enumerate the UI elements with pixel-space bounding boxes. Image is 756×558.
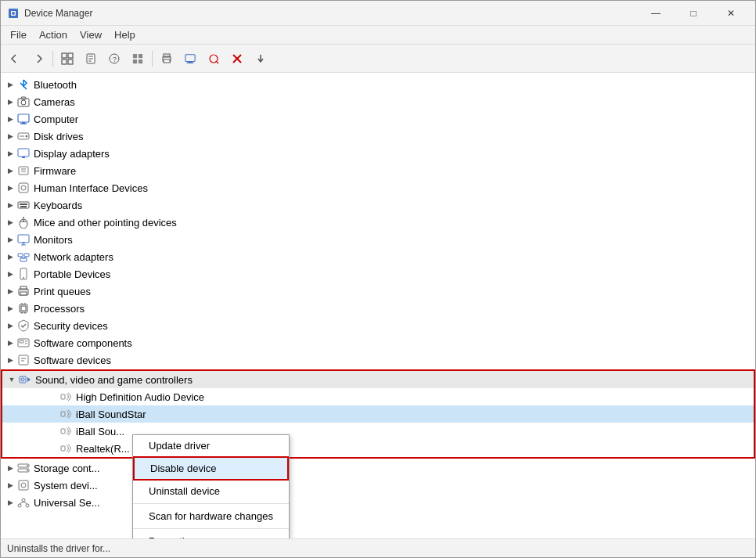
expand-security-devices[interactable]: ▶ (4, 319, 16, 332)
device-tree[interactable]: ▶ Bluetooth ▶ Cameras (1, 73, 755, 538)
tree-item-sound-video[interactable]: ▼ Sound, video and game controllers (2, 371, 754, 388)
tree-item-cameras[interactable]: ▶ Cameras (1, 93, 755, 110)
context-menu-update-driver[interactable]: Update driver (133, 435, 289, 456)
computer-button[interactable] (179, 48, 201, 70)
svg-point-83 (21, 378, 24, 381)
svg-rect-67 (20, 292, 27, 295)
close-button[interactable]: ✕ (713, 1, 749, 26)
menu-help[interactable]: Help (108, 27, 142, 42)
settings-button[interactable] (127, 48, 149, 70)
sound-video-icon (18, 373, 32, 387)
tree-item-keyboards[interactable]: ▶ Keyboards (1, 196, 755, 214)
storage-controllers-icon (16, 461, 31, 475)
tree-item-security-devices[interactable]: ▶ Security devices (1, 317, 755, 334)
expand-storage-controllers[interactable]: ▶ (4, 462, 16, 474)
display-adapters-icon (16, 146, 31, 160)
update-button[interactable] (250, 48, 272, 70)
tree-item-hid[interactable]: ▶ Human Interface Devices (1, 179, 755, 196)
expand-sound-video[interactable]: ▼ (5, 373, 18, 386)
menu-file[interactable]: File (4, 27, 33, 42)
expand-universal-se[interactable]: ▶ (4, 496, 16, 509)
expand-realtek: ▶ (46, 442, 59, 455)
tree-item-hd-audio[interactable]: ▶ High Definition Audio Device (2, 388, 754, 405)
tree-item-disk-drives[interactable]: ▶ Disk drives (1, 128, 755, 145)
maximize-button[interactable]: □ (675, 1, 711, 26)
tree-item-print-queues[interactable]: ▶ Print queues (1, 283, 755, 300)
tree-item-firmware[interactable]: ▶ Firmware (1, 162, 755, 179)
context-menu-uninstall-device[interactable]: Uninstall device (133, 481, 289, 502)
tree-item-realtek[interactable]: ▶ Realtek(R... (2, 440, 754, 457)
iball-soundstar-label: iBall SoundStar (76, 409, 146, 420)
tree-item-bluetooth[interactable]: ▶ Bluetooth (1, 76, 755, 93)
minimize-button[interactable]: — (638, 1, 674, 26)
expand-keyboards[interactable]: ▶ (4, 199, 16, 211)
expand-monitors[interactable]: ▶ (4, 233, 16, 246)
tree-item-storage-controllers[interactable]: ▶ Storage cont... (1, 459, 755, 477)
keyboards-icon (16, 198, 31, 212)
expand-system-devices[interactable]: ▶ (4, 479, 16, 491)
expand-bluetooth[interactable]: ▶ (4, 78, 16, 91)
menu-view[interactable]: View (74, 27, 108, 42)
menu-action[interactable]: Action (33, 27, 74, 42)
svg-rect-15 (133, 59, 137, 63)
svg-rect-37 (22, 157, 25, 158)
svg-point-94 (22, 499, 25, 502)
tree-item-mice[interactable]: ▶ Mice and other pointing devices (1, 214, 755, 231)
back-button[interactable] (4, 48, 26, 70)
svg-rect-6 (68, 59, 73, 64)
remove-button[interactable] (226, 48, 248, 70)
properties-label: Properties (149, 535, 195, 538)
storage-controllers-label: Storage cont... (34, 463, 100, 474)
toolbar: ? (1, 45, 755, 73)
properties-button[interactable] (80, 48, 102, 70)
svg-rect-30 (18, 114, 29, 122)
show-hide-button[interactable] (56, 48, 78, 70)
universal-se-icon (16, 495, 31, 509)
tree-item-iball-sou[interactable]: ▶ iBall Sou... (2, 423, 754, 440)
tree-item-processors[interactable]: ▶ Processors (1, 300, 755, 317)
print-button[interactable] (156, 48, 178, 70)
system-devices-icon (16, 478, 31, 492)
svg-rect-75 (20, 340, 23, 343)
tree-item-monitors[interactable]: ▶ Monitors (1, 231, 755, 248)
expand-cameras[interactable]: ▶ (4, 95, 16, 108)
help-button[interactable]: ? (103, 48, 125, 70)
expand-computer[interactable]: ▶ (4, 113, 16, 125)
svg-rect-36 (18, 149, 29, 157)
expand-hid[interactable]: ▶ (4, 182, 16, 194)
tree-item-software-components[interactable]: ▶ Software components (1, 334, 755, 351)
svg-rect-59 (24, 254, 29, 257)
iball-sou-icon (59, 424, 73, 438)
context-menu-disable-device[interactable]: Disable device (133, 456, 289, 481)
scan-button[interactable] (203, 48, 225, 70)
tree-item-iball-soundstar[interactable]: ▶ iBall SoundStar (2, 405, 754, 423)
context-menu-scan-hardware[interactable]: Scan for hardware changes (133, 506, 289, 527)
svg-line-24 (217, 62, 218, 63)
scan-hardware-label: Scan for hardware changes (149, 510, 273, 522)
tree-item-universal-se[interactable]: ▶ Universal Se... (1, 494, 755, 511)
expand-software-devices[interactable]: ▶ (4, 354, 16, 366)
expand-mice[interactable]: ▶ (4, 216, 16, 229)
tree-item-network-adapters[interactable]: ▶ Network adapters (1, 248, 755, 265)
svg-point-64 (23, 277, 24, 279)
expand-print-queues[interactable]: ▶ (4, 285, 16, 297)
forward-button[interactable] (27, 48, 49, 70)
expand-network-adapters[interactable]: ▶ (4, 250, 16, 263)
expand-firmware[interactable]: ▶ (4, 164, 16, 177)
tree-item-computer[interactable]: ▶ Computer (1, 110, 755, 128)
tree-item-display-adapters[interactable]: ▶ Display adapters (1, 145, 755, 162)
realtek-icon (59, 441, 73, 455)
firmware-icon (16, 164, 31, 178)
tree-item-portable-devices[interactable]: ▶ Portable Devices (1, 265, 755, 283)
expand-processors[interactable]: ▶ (4, 302, 16, 315)
expand-portable-devices[interactable]: ▶ (4, 268, 16, 280)
tree-item-software-devices[interactable]: ▶ Software devices (1, 351, 755, 369)
cameras-label: Cameras (34, 96, 75, 108)
expand-software-components[interactable]: ▶ (4, 337, 16, 349)
hd-audio-icon (59, 390, 73, 404)
expand-disk-drives[interactable]: ▶ (4, 130, 16, 142)
tree-item-system-devices[interactable]: ▶ System devi... (1, 477, 755, 494)
expand-display-adapters[interactable]: ▶ (4, 147, 16, 160)
svg-line-97 (20, 502, 23, 504)
context-menu-properties[interactable]: Properties (133, 531, 289, 538)
